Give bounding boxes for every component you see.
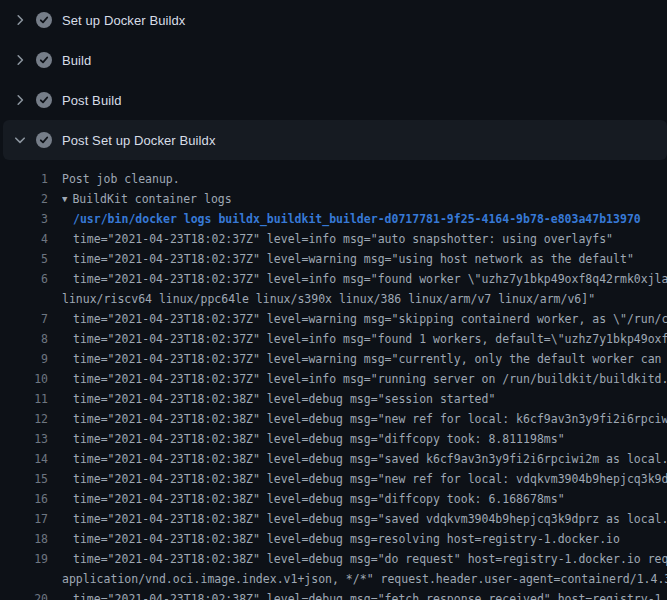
log-line: 17 time="2021-04-23T18:02:38Z" level=deb… — [0, 509, 667, 529]
log-line-text: time="2021-04-23T18:02:37Z" level=warnin… — [62, 349, 667, 369]
log-line-text: /usr/bin/docker logs buildx_buildkit_bui… — [62, 209, 641, 229]
log-line: 20 time="2021-04-23T18:02:38Z" level=deb… — [0, 589, 667, 600]
step-row-set-up-docker-buildx[interactable]: Set up Docker Buildx — [0, 0, 667, 40]
log-line-number[interactable]: 10 — [0, 369, 48, 389]
steps-list: Set up Docker Buildx Build Post Buil — [0, 0, 667, 160]
step-row-post-set-up-docker-buildx[interactable]: Post Set up Docker Buildx — [3, 120, 667, 160]
log-line: 7 time="2021-04-23T18:02:37Z" level=warn… — [0, 309, 667, 329]
log-line: 8 time="2021-04-23T18:02:37Z" level=info… — [0, 329, 667, 349]
chevron-right-icon[interactable] — [12, 92, 28, 108]
log-line-number[interactable]: 11 — [0, 389, 48, 409]
log-line-text: time="2021-04-23T18:02:38Z" level=debug … — [62, 389, 495, 409]
log-line-number[interactable]: 9 — [0, 349, 48, 369]
log-line: 4 time="2021-04-23T18:02:37Z" level=info… — [0, 229, 667, 249]
log-line: 16 time="2021-04-23T18:02:38Z" level=deb… — [0, 489, 667, 509]
log-line-text: time="2021-04-23T18:02:38Z" level=debug … — [62, 469, 667, 489]
log-line: 1 Post job cleanup. — [0, 169, 667, 189]
log-line-text: time="2021-04-23T18:02:37Z" level=info m… — [62, 329, 667, 349]
log-line-text: time="2021-04-23T18:02:37Z" level=info m… — [62, 269, 667, 289]
log-line-text: time="2021-04-23T18:02:38Z" level=debug … — [62, 409, 667, 429]
log-line: 3 /usr/bin/docker logs buildx_buildkit_b… — [0, 209, 667, 229]
log-line-text: time="2021-04-23T18:02:38Z" level=debug … — [62, 529, 620, 549]
log-line-number[interactable]: 6 — [0, 269, 48, 289]
log-line-text: time="2021-04-23T18:02:37Z" level=warnin… — [62, 249, 634, 269]
collapse-triangle-icon[interactable]: ▼ — [62, 189, 67, 209]
log-line-number[interactable]: 4 — [0, 229, 48, 249]
log-line-text: linux/riscv64 linux/ppc64le linux/s390x … — [62, 289, 595, 309]
step-row-post-build[interactable]: Post Build — [0, 80, 667, 120]
log-line: 2 ▼BuildKit container logs — [0, 189, 667, 209]
log-line-number[interactable]: 20 — [0, 589, 48, 600]
log-line-number[interactable]: 15 — [0, 469, 48, 489]
log-line: 5 time="2021-04-23T18:02:37Z" level=warn… — [0, 249, 667, 269]
log-line: application/vnd.oci.image.index.v1+json,… — [0, 569, 667, 589]
step-label: Build — [62, 53, 91, 68]
log-line-number[interactable]: 14 — [0, 449, 48, 469]
log-line-text: time="2021-04-23T18:02:38Z" level=debug … — [62, 429, 565, 449]
log-line: linux/riscv64 linux/ppc64le linux/s390x … — [0, 289, 667, 309]
log-line-text: time="2021-04-23T18:02:38Z" level=debug … — [62, 549, 667, 569]
actions-log-panel: Set up Docker Buildx Build Post Buil — [0, 0, 667, 600]
log-line-text[interactable]: ▼BuildKit container logs — [62, 189, 232, 209]
check-circle-icon — [36, 132, 52, 148]
step-label: Post Set up Docker Buildx — [62, 133, 216, 148]
log-line-number[interactable]: 13 — [0, 429, 48, 449]
log-line: 11 time="2021-04-23T18:02:38Z" level=deb… — [0, 389, 667, 409]
log-line-text: time="2021-04-23T18:02:37Z" level=warnin… — [62, 309, 667, 329]
log-line-text: time="2021-04-23T18:02:37Z" level=info m… — [62, 369, 667, 389]
chevron-down-icon[interactable] — [12, 132, 28, 148]
log-line: 12 time="2021-04-23T18:02:38Z" level=deb… — [0, 409, 667, 429]
log-area: 1 Post job cleanup. 2 ▼BuildKit containe… — [0, 160, 667, 600]
log-line-number[interactable]: 12 — [0, 409, 48, 429]
log-line: 15 time="2021-04-23T18:02:38Z" level=deb… — [0, 469, 667, 489]
check-circle-icon — [36, 92, 52, 108]
log-line: 18 time="2021-04-23T18:02:38Z" level=deb… — [0, 529, 667, 549]
log-line-text: time="2021-04-23T18:02:38Z" level=debug … — [62, 449, 667, 469]
log-line-number[interactable] — [0, 569, 48, 589]
log-line-text: time="2021-04-23T18:02:38Z" level=debug … — [62, 489, 565, 509]
log-line-number[interactable]: 3 — [0, 209, 48, 229]
log-line-number[interactable]: 1 — [0, 169, 48, 189]
chevron-right-icon[interactable] — [12, 12, 28, 28]
log-line-number[interactable]: 2 — [0, 189, 48, 209]
log-line-text: application/vnd.oci.image.index.v1+json,… — [62, 569, 667, 589]
check-circle-icon — [36, 12, 52, 28]
log-line: 13 time="2021-04-23T18:02:38Z" level=deb… — [0, 429, 667, 449]
log-line-number[interactable]: 5 — [0, 249, 48, 269]
log-line: 19 time="2021-04-23T18:02:38Z" level=deb… — [0, 549, 667, 569]
log-line-text: time="2021-04-23T18:02:37Z" level=info m… — [62, 229, 613, 249]
log-line: 14 time="2021-04-23T18:02:38Z" level=deb… — [0, 449, 667, 469]
log-line-number[interactable]: 7 — [0, 309, 48, 329]
chevron-right-icon[interactable] — [12, 52, 28, 68]
log-line-number[interactable]: 18 — [0, 529, 48, 549]
log-line-number[interactable] — [0, 289, 48, 309]
log-line-number[interactable]: 16 — [0, 489, 48, 509]
step-label: Post Build — [62, 93, 122, 108]
log-line-text: time="2021-04-23T18:02:38Z" level=debug … — [62, 509, 667, 529]
log-line-number[interactable]: 17 — [0, 509, 48, 529]
step-label: Set up Docker Buildx — [62, 13, 185, 28]
log-line-text: time="2021-04-23T18:02:38Z" level=debug … — [62, 589, 667, 600]
step-row-build[interactable]: Build — [0, 40, 667, 80]
log-line: 9 time="2021-04-23T18:02:37Z" level=warn… — [0, 349, 667, 369]
check-circle-icon — [36, 52, 52, 68]
log-line: 10 time="2021-04-23T18:02:37Z" level=inf… — [0, 369, 667, 389]
log-line-number[interactable]: 19 — [0, 549, 48, 569]
log-line-number[interactable]: 8 — [0, 329, 48, 349]
log-line-text: Post job cleanup. — [62, 169, 180, 189]
log-line: 6 time="2021-04-23T18:02:37Z" level=info… — [0, 269, 667, 289]
